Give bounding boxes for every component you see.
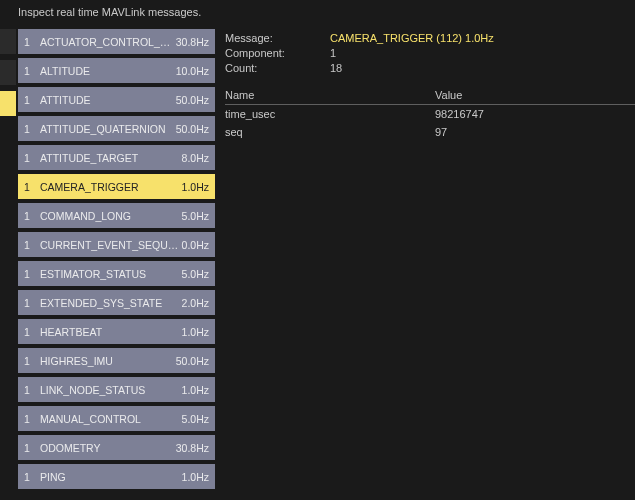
message-component: 1	[18, 181, 36, 193]
message-hz: 50.0Hz	[176, 94, 209, 106]
col-value-header: Value	[435, 89, 635, 101]
fields-header: Name Value	[225, 86, 635, 105]
message-component: 1	[18, 239, 36, 251]
meta-count-value: 18	[330, 62, 635, 74]
message-hz: 1.0Hz	[182, 181, 209, 193]
message-hz: 5.0Hz	[182, 413, 209, 425]
message-row[interactable]: 1ODOMETRY30.8Hz	[18, 435, 215, 460]
message-row[interactable]: 1PING1.0Hz	[18, 464, 215, 489]
message-row[interactable]: 1HEARTBEAT1.0Hz	[18, 319, 215, 344]
message-component: 1	[18, 123, 36, 135]
message-name: ODOMETRY	[36, 442, 176, 454]
message-name: ALTITUDE	[36, 65, 176, 77]
message-component: 1	[18, 471, 36, 483]
message-row[interactable]: 1LINK_NODE_STATUS1.0Hz	[18, 377, 215, 402]
message-name: LINK_NODE_STATUS	[36, 384, 182, 396]
message-row[interactable]: 1ESTIMATOR_STATUS5.0Hz	[18, 261, 215, 286]
field-value: 97	[435, 126, 635, 138]
message-name: ESTIMATOR_STATUS	[36, 268, 182, 280]
detail-pane: Message: CAMERA_TRIGGER (112) 1.0Hz Comp…	[215, 24, 635, 500]
message-name: CAMERA_TRIGGER	[36, 181, 182, 193]
field-value: 98216747	[435, 108, 635, 120]
message-name: ATTITUDE_QUATERNION	[36, 123, 176, 135]
message-component: 1	[18, 384, 36, 396]
meta-component-label: Component:	[225, 47, 330, 59]
message-hz: 50.0Hz	[176, 123, 209, 135]
message-row[interactable]: 1ATTITUDE_QUATERNION50.0Hz	[18, 116, 215, 141]
message-name: HIGHRES_IMU	[36, 355, 176, 367]
field-name: time_usec	[225, 108, 435, 120]
message-component: 1	[18, 210, 36, 222]
meta-message-label: Message:	[225, 32, 330, 44]
message-component: 1	[18, 65, 36, 77]
message-name: HEARTBEAT	[36, 326, 182, 338]
field-name: seq	[225, 126, 435, 138]
message-row[interactable]: 1ACTUATOR_CONTROL_TARGET30.8Hz	[18, 29, 215, 54]
message-hz: 1.0Hz	[182, 384, 209, 396]
message-component: 1	[18, 297, 36, 309]
message-name: MANUAL_CONTROL	[36, 413, 182, 425]
message-list: 1ACTUATOR_CONTROL_TARGET30.8Hz1ALTITUDE1…	[16, 24, 215, 500]
message-row[interactable]: 1ATTITUDE_TARGET8.0Hz	[18, 145, 215, 170]
message-component: 1	[18, 413, 36, 425]
message-hz: 1.0Hz	[182, 471, 209, 483]
message-hz: 5.0Hz	[182, 268, 209, 280]
message-hz: 10.0Hz	[176, 65, 209, 77]
message-row[interactable]: 1ALTITUDE10.0Hz	[18, 58, 215, 83]
message-hz: 5.0Hz	[182, 210, 209, 222]
message-component: 1	[18, 268, 36, 280]
message-name: ATTITUDE	[36, 94, 176, 106]
page-title: Inspect real time MAVLink messages.	[0, 0, 635, 24]
message-row[interactable]: 1CAMERA_TRIGGER1.0Hz	[18, 174, 215, 199]
left-gutter	[0, 24, 16, 500]
message-row[interactable]: 1CURRENT_EVENT_SEQUENCE0.0Hz	[18, 232, 215, 257]
field-row: seq97	[225, 123, 635, 141]
gutter-bar[interactable]	[0, 91, 16, 116]
message-hz: 8.0Hz	[182, 152, 209, 164]
message-component: 1	[18, 36, 36, 48]
message-row[interactable]: 1HIGHRES_IMU50.0Hz	[18, 348, 215, 373]
col-name-header: Name	[225, 89, 435, 101]
message-row[interactable]: 1COMMAND_LONG5.0Hz	[18, 203, 215, 228]
message-hz: 1.0Hz	[182, 326, 209, 338]
message-component: 1	[18, 152, 36, 164]
gutter-bar[interactable]	[0, 29, 16, 54]
message-name: ATTITUDE_TARGET	[36, 152, 182, 164]
message-name: EXTENDED_SYS_STATE	[36, 297, 182, 309]
meta-component-value: 1	[330, 47, 635, 59]
message-hz: 2.0Hz	[182, 297, 209, 309]
message-hz: 0.0Hz	[182, 239, 209, 251]
meta-message-value: CAMERA_TRIGGER (112) 1.0Hz	[330, 32, 635, 44]
message-component: 1	[18, 94, 36, 106]
message-row[interactable]: 1ATTITUDE50.0Hz	[18, 87, 215, 112]
message-hz: 30.8Hz	[176, 442, 209, 454]
field-row: time_usec98216747	[225, 105, 635, 123]
message-name: COMMAND_LONG	[36, 210, 182, 222]
message-component: 1	[18, 442, 36, 454]
gutter-bar[interactable]	[0, 60, 16, 85]
message-component: 1	[18, 355, 36, 367]
message-row[interactable]: 1EXTENDED_SYS_STATE2.0Hz	[18, 290, 215, 315]
message-row[interactable]: 1MANUAL_CONTROL5.0Hz	[18, 406, 215, 431]
message-hz: 50.0Hz	[176, 355, 209, 367]
message-name: CURRENT_EVENT_SEQUENCE	[36, 239, 182, 251]
meta-count-label: Count:	[225, 62, 330, 74]
message-name: PING	[36, 471, 182, 483]
message-name: ACTUATOR_CONTROL_TARGET	[36, 36, 176, 48]
message-component: 1	[18, 326, 36, 338]
message-hz: 30.8Hz	[176, 36, 209, 48]
